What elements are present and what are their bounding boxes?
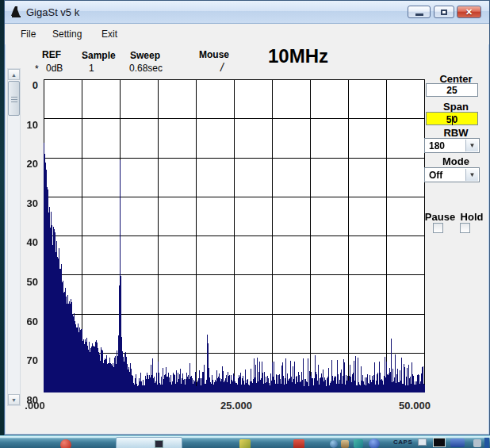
window-title: GigaSt v5 k (26, 6, 79, 18)
y-tick-label: 60 (11, 316, 38, 327)
minimize-icon (415, 13, 423, 16)
span-value-left: 5 (446, 114, 452, 125)
span-input[interactable]: 50 (426, 112, 478, 125)
pause-checkbox[interactable] (433, 223, 443, 233)
rbw-label: RBW (430, 127, 482, 139)
tray-network-icon[interactable] (450, 438, 465, 447)
x-tick-label: .000 (11, 400, 59, 412)
tray-blue-icon[interactable] (330, 440, 338, 448)
y-tick-label: 40 (11, 236, 38, 248)
mouse-cursor-mark: / (220, 61, 224, 74)
span-label: Span (430, 101, 482, 113)
caps-indicator: CAPS (393, 438, 412, 446)
y-tick-label: 0 (11, 79, 38, 91)
thumb-grip (11, 99, 17, 100)
taskbar-red-ball-icon[interactable] (60, 439, 71, 448)
hold-label: Hold (457, 211, 486, 223)
menu-file[interactable]: File (21, 29, 36, 40)
hold-checkbox[interactable] (460, 223, 470, 233)
rbw-value: 180 (429, 140, 445, 151)
app-window: GigaSt v5 k ✕ File Setting Exit REF Samp… (4, 0, 490, 435)
tray-overflow-icon[interactable] (418, 438, 427, 446)
titlebar[interactable]: GigaSt v5 k ✕ (5, 1, 489, 24)
sweep-value: 0.68sec (129, 63, 163, 74)
close-icon: ✕ (457, 7, 480, 17)
chevron-up-icon: ▲ (11, 72, 17, 78)
chevron-down-icon[interactable]: ▼ (465, 140, 478, 151)
rbw-select[interactable]: 180 ▼ (424, 138, 480, 153)
maximize-button[interactable] (434, 6, 454, 18)
menu-exit[interactable]: Exit (101, 29, 117, 40)
span-value-right: 0 (453, 114, 458, 125)
mode-label: Mode (430, 155, 482, 167)
sample-value: 1 (89, 63, 94, 74)
taskbar-app-icon (155, 440, 163, 448)
tray-teal-icon[interactable] (354, 439, 363, 448)
y-tick-label: 20 (11, 158, 38, 170)
taskbar-active-app-button[interactable] (116, 437, 182, 448)
chevron-down-icon[interactable]: ▼ (465, 169, 478, 181)
spectrum-plot (44, 79, 425, 392)
y-tick-label: 10 (11, 119, 38, 131)
ref-value: 0dB (46, 63, 63, 74)
thumb-grip (11, 101, 17, 102)
sample-label: Sample (82, 50, 116, 61)
y-tick-label: 30 (11, 197, 38, 209)
menu-setting[interactable]: Setting (52, 29, 82, 40)
pause-label: Pause (423, 211, 457, 223)
maximize-icon (441, 10, 447, 15)
center-frequency-title: 10MHz (268, 45, 328, 67)
mode-select[interactable]: Off ▼ (424, 167, 480, 182)
taskbar[interactable]: CAPS (0, 435, 490, 448)
ref-label: REF (42, 49, 61, 60)
menubar: File Setting Exit (5, 24, 489, 44)
mouse-label: Mouse (199, 49, 229, 60)
mode-value: Off (429, 170, 442, 181)
tray-tan-icon[interactable] (341, 440, 349, 448)
tray-gray-icon[interactable] (473, 439, 481, 447)
show-desktop-button[interactable] (484, 438, 489, 448)
app-icon (10, 6, 22, 18)
sweep-label: Sweep (130, 50, 160, 61)
y-tick-label: 50 (11, 276, 38, 288)
taskbar-yellow-icon[interactable] (239, 439, 251, 448)
minimize-button[interactable] (408, 6, 431, 18)
taskbar-red-icon[interactable] (293, 439, 304, 448)
tray-display-icon[interactable] (433, 438, 446, 447)
thumb-grip (11, 97, 17, 98)
scroll-up-button[interactable]: ▲ (8, 69, 20, 80)
x-tick-label: 50.000 (391, 400, 438, 412)
tray-globe-icon[interactable] (369, 438, 380, 448)
x-tick-label: 25.000 (212, 400, 260, 412)
y-tick-label: 70 (11, 354, 38, 366)
ref-marker: * (35, 63, 39, 75)
center-input[interactable] (426, 83, 478, 97)
close-button[interactable]: ✕ (457, 6, 481, 18)
